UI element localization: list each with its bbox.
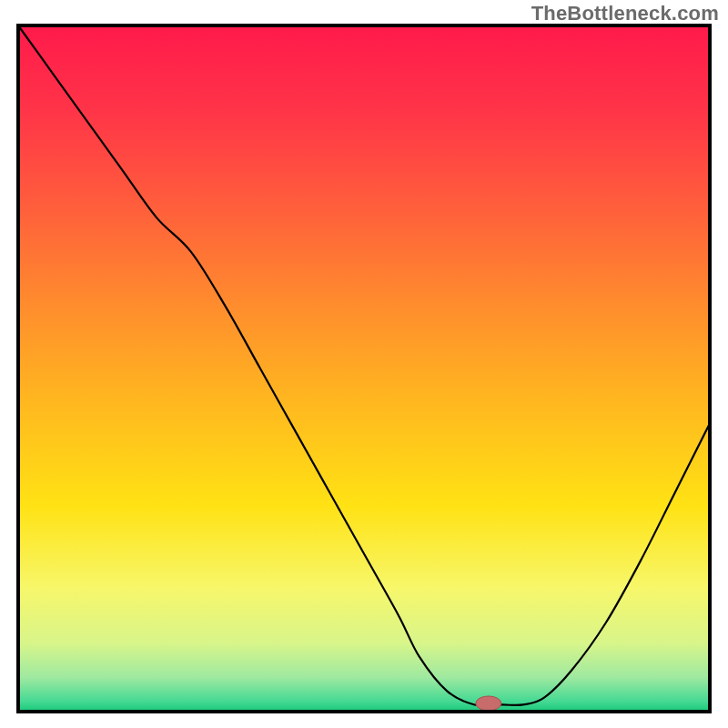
optimal-point-marker (476, 696, 501, 711)
chart-container: TheBottleneck.com (0, 0, 728, 728)
bottleneck-chart (0, 0, 728, 728)
plot-background (18, 25, 710, 712)
watermark-text: TheBottleneck.com (531, 2, 719, 25)
